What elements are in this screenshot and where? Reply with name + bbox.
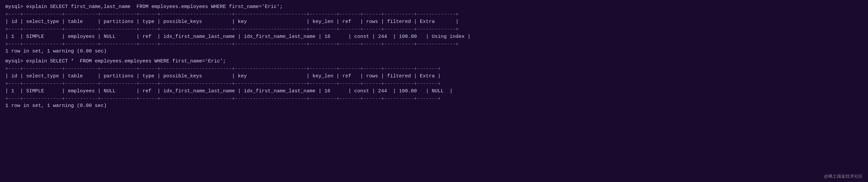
separator-bot-2: +----+-------------+-----------+--------…	[5, 95, 863, 102]
result-line-2: 1 row in set, 1 warning (0.00 sec)	[5, 103, 107, 109]
query-block-2: mysql> explain SELECT * FROM employees.e…	[5, 58, 863, 110]
data-row-1: | 1 | SIMPLE | employees | NULL | ref | …	[5, 33, 863, 41]
header-row-2: | id | select_type | table | partitions …	[5, 72, 863, 80]
result-line-1: 1 row in set, 1 warning (0.00 sec)	[5, 49, 107, 54]
command-line-1: mysql> explain SELECT first_name,last_na…	[5, 4, 283, 10]
query-block-1: mysql> explain SELECT first_name,last_na…	[5, 3, 863, 55]
watermark: @稀土掘金技术社区	[824, 173, 863, 179]
separator-mid-1: +----+-------------+-----------+--------…	[5, 26, 863, 33]
command-line-2: mysql> explain SELECT * FROM employees.e…	[5, 58, 226, 64]
header-row-1: | id | select_type | table | partitions …	[5, 18, 863, 26]
separator-mid-2: +----+-------------+-----------+--------…	[5, 80, 863, 87]
separator-top-2: +----+-------------+-----------+--------…	[5, 66, 863, 72]
separator-top-1: +----+-------------+-----------+--------…	[5, 11, 863, 18]
separator-bot-1: +----+-------------+-----------+--------…	[5, 41, 863, 48]
data-row-2: | 1 | SIMPLE | employees | NULL | ref | …	[5, 87, 863, 95]
